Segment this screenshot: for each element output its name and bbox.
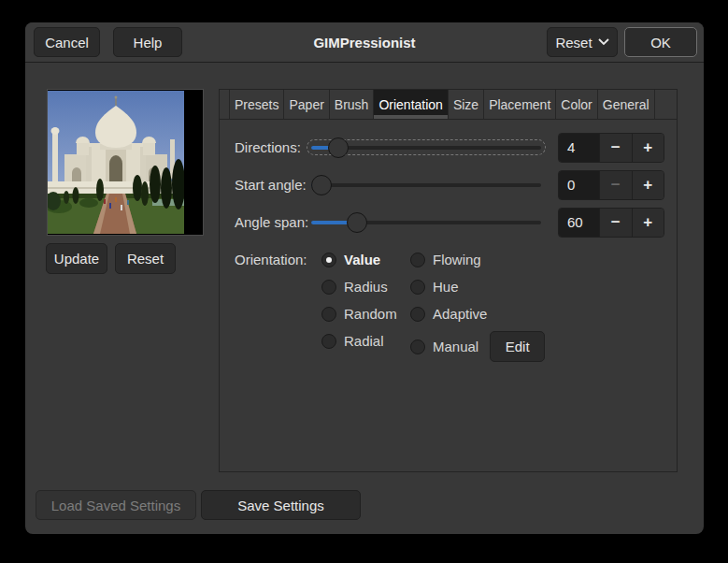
directions-spinbutton: 4 − +: [558, 133, 664, 163]
minus-icon: −: [599, 171, 632, 199]
screen-background: Cancel Help GIMPressionist Reset OK: [0, 0, 728, 563]
minus-icon[interactable]: −: [599, 134, 632, 162]
ok-button[interactable]: OK: [624, 27, 697, 57]
tab-size[interactable]: Size: [449, 90, 484, 119]
slider-thumb[interactable]: [328, 137, 349, 158]
radio-label: Value: [344, 252, 380, 267]
radio-label: Hue: [433, 279, 459, 295]
save-settings-button[interactable]: Save Settings: [201, 490, 361, 520]
angle-span-slider[interactable]: [311, 208, 541, 238]
radio-icon: [410, 280, 425, 295]
start-angle-value-entry[interactable]: 0: [559, 171, 599, 199]
tab-brush[interactable]: Brush: [330, 90, 375, 119]
radio-option-value[interactable]: Value: [321, 252, 410, 267]
slider-thumb[interactable]: [347, 212, 367, 233]
radio-option-radial[interactable]: Radial: [321, 333, 410, 349]
radio-icon: [321, 280, 336, 295]
settings-notebook: Presets Paper Brush Orientation Size Pla…: [219, 89, 678, 472]
radio-option-radius[interactable]: Radius: [321, 279, 410, 295]
start-angle-slider[interactable]: [311, 170, 541, 200]
angle-span-row: Angle span: 60 − +: [220, 208, 677, 238]
radio-label: Random: [344, 306, 397, 322]
tab-presets[interactable]: Presets: [229, 90, 284, 119]
minus-icon[interactable]: −: [599, 209, 632, 237]
tab-color[interactable]: Color: [556, 90, 597, 119]
radio-icon: [410, 307, 425, 322]
help-button[interactable]: Help: [113, 27, 182, 57]
angle-span-value-entry[interactable]: 60: [559, 209, 599, 237]
radio-option-hue[interactable]: Hue: [410, 279, 545, 295]
radio-icon: [321, 334, 336, 349]
gimpressionist-dialog: Cancel Help GIMPressionist Reset OK: [25, 22, 704, 534]
preview-image: [47, 89, 204, 236]
radio-icon: [321, 253, 336, 267]
start-angle-label: Start angle:: [235, 170, 307, 200]
radio-option-random[interactable]: Random: [321, 306, 410, 322]
tab-placement[interactable]: Placement: [484, 90, 556, 119]
directions-row: Directions: 4 − +: [220, 133, 677, 163]
taj-mahal-photo: [48, 91, 184, 234]
directions-value-entry[interactable]: 4: [559, 134, 599, 162]
slider-trough[interactable]: [311, 183, 541, 187]
tab-general[interactable]: General: [598, 90, 655, 119]
reset-menu-label: Reset: [555, 35, 592, 51]
radio-label: Flowing: [433, 252, 481, 267]
reset-menu-button[interactable]: Reset: [547, 27, 618, 57]
radio-option-adaptive[interactable]: Adaptive: [410, 306, 545, 322]
start-angle-spinbutton: 0 − +: [558, 170, 664, 200]
orientation-tab-panel: Directions: 4 − + Start angle:: [220, 120, 677, 471]
tab-orientation[interactable]: Orientation: [374, 90, 448, 119]
orientation-label: Orientation:: [235, 246, 307, 273]
headerbar: Cancel Help GIMPressionist Reset OK: [25, 22, 704, 63]
preview-reset-button[interactable]: Reset: [115, 243, 176, 274]
plus-icon[interactable]: +: [632, 209, 664, 237]
headerbar-actions: Reset OK: [547, 27, 697, 57]
edit-button[interactable]: Edit: [490, 331, 545, 362]
radio-option-manual[interactable]: Manual: [410, 339, 478, 354]
load-saved-settings-button: Load Saved Settings: [36, 490, 196, 520]
chevron-down-icon: [598, 38, 609, 46]
update-button[interactable]: Update: [46, 243, 107, 274]
radio-label: Adaptive: [433, 306, 487, 322]
radio-icon: [410, 339, 425, 354]
radio-label: Radial: [344, 333, 384, 349]
angle-span-spinbutton: 60 − +: [558, 208, 664, 238]
radio-label: Manual: [433, 339, 478, 354]
slider-thumb[interactable]: [311, 175, 332, 195]
orientation-radio-group: Value Flowing Radius Hue: [321, 246, 545, 354]
radio-label: Radius: [344, 279, 388, 295]
radio-icon: [321, 307, 336, 322]
directions-slider[interactable]: [311, 133, 541, 163]
manual-cell: Manual Edit: [410, 331, 545, 362]
start-angle-row: Start angle: 0 − +: [220, 170, 677, 200]
directions-label: Directions:: [235, 133, 301, 163]
tab-paper[interactable]: Paper: [284, 90, 329, 119]
radio-option-flowing[interactable]: Flowing: [410, 252, 545, 267]
tab-bar: Presets Paper Brush Orientation Size Pla…: [220, 90, 677, 120]
plus-icon[interactable]: +: [632, 171, 664, 199]
plus-icon[interactable]: +: [632, 134, 664, 162]
angle-span-label: Angle span:: [235, 208, 308, 238]
cancel-button[interactable]: Cancel: [34, 27, 100, 57]
radio-icon: [410, 253, 425, 267]
